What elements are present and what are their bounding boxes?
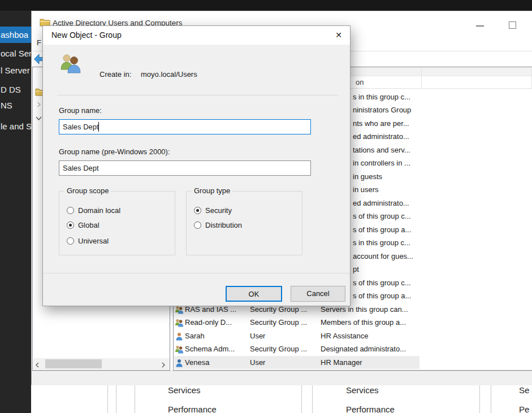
scrollbar-thumb[interactable]	[45, 359, 102, 368]
radio-label: Universal	[78, 237, 109, 245]
text-caret	[98, 122, 99, 132]
dialog-title: New Object - Group	[51, 31, 122, 40]
radio-icon-selected[interactable]	[67, 221, 74, 229]
table-row[interactable]: Schema Adm... Security Group ... Designa…	[175, 342, 532, 355]
new-object-group-dialog: New Object - Group ✕ Create in: moyo.loc…	[42, 25, 351, 306]
tile1-performance-link[interactable]: Performance	[168, 405, 217, 413]
table-row[interactable]: s of this group c...	[353, 276, 411, 289]
group-name-label: Group name:	[59, 106, 102, 115]
table-row[interactable]: s in this group c...	[353, 236, 410, 249]
column-separator[interactable]	[421, 68, 422, 89]
row-name: Venesa	[185, 356, 209, 369]
tile2-performance-link[interactable]: Performance	[346, 405, 395, 413]
group-name-pre2000-input[interactable]	[59, 160, 311, 176]
aduc-status-bar	[32, 371, 532, 385]
table-row[interactable]: tations and serv...	[353, 144, 410, 156]
sidebar-item-ad-ds[interactable]: D DS	[0, 82, 31, 97]
row-type: User	[250, 329, 265, 342]
tile-border	[491, 385, 491, 413]
radio-icon[interactable]	[194, 221, 201, 229]
group-scope-groupbox: Group scope Domain local Global Universa…	[59, 191, 175, 255]
tree-horizontal-scrollbar[interactable]	[33, 358, 170, 369]
table-row[interactable]: s of this group a...	[353, 289, 411, 302]
tile3-performance-link[interactable]: Pe	[519, 405, 529, 413]
scroll-left-icon[interactable]	[34, 360, 42, 367]
table-row[interactable]: ed administrato...	[353, 130, 409, 143]
description-column-header[interactable]: on	[356, 78, 364, 86]
row-name: Read-only D...	[185, 316, 232, 329]
minimize-icon[interactable]	[476, 25, 484, 27]
table-row[interactable]: in users	[353, 183, 379, 196]
scroll-right-icon[interactable]	[161, 360, 168, 367]
create-in-label: Create in:	[100, 70, 131, 79]
table-row[interactable]: in guests	[353, 170, 382, 183]
tile-border	[116, 385, 116, 413]
tile-border	[479, 385, 480, 413]
tile-border	[135, 385, 135, 413]
group-name-pre2000-field-wrap	[59, 160, 311, 176]
table-row[interactable]: in controllers in ...	[353, 156, 410, 169]
radio-icon[interactable]	[67, 207, 74, 214]
radio-icon[interactable]	[67, 237, 74, 245]
radio-label: Security	[205, 206, 232, 215]
table-row[interactable]: s of this group a...	[353, 223, 411, 236]
group-type-legend: Group type	[192, 186, 232, 195]
group-type-groupbox: Group type Security Distribution	[186, 191, 302, 255]
server-manager-dashboard-tiles: Services Performance Services Performanc…	[31, 385, 532, 413]
table-row[interactable]: ninistrators Group	[353, 103, 411, 116]
cancel-button[interactable]: Cancel	[291, 286, 345, 302]
group-name-field-wrap	[59, 119, 311, 134]
tile2-services-link[interactable]: Services	[346, 385, 379, 395]
separator	[57, 95, 339, 95]
group-object-icon	[60, 54, 81, 76]
tile1-services-link[interactable]: Services	[168, 385, 201, 395]
sidebar-item-file-and-storage[interactable]: le and S	[0, 119, 31, 134]
radio-label: Global	[78, 221, 100, 229]
group-name-pre2000-label: Group name (pre-Windows 2000):	[59, 147, 170, 156]
row-name: Sarah	[185, 329, 205, 342]
group-name-input[interactable]	[59, 119, 311, 134]
table-row[interactable]: Sarah User HR Assistance	[175, 329, 532, 342]
tile-border	[301, 385, 302, 413]
close-icon[interactable]: ✕	[332, 29, 345, 41]
row-type: Security Group ...	[250, 316, 307, 329]
table-row[interactable]: s of this group c...	[353, 210, 411, 223]
tile-border	[107, 385, 108, 413]
radio-icon-selected[interactable]	[194, 207, 201, 214]
table-row[interactable]: Venesa User HR Manager	[175, 356, 532, 369]
sidebar-item-all-servers[interactable]: l Server	[0, 63, 31, 78]
row-description: Members of this group a...	[321, 316, 406, 329]
server-manager-sidebar: ashboa ocal Ser l Server D DS NS le and …	[0, 11, 31, 413]
tree-expanded-chevron-icon[interactable]	[36, 113, 42, 123]
sidebar-item-dashboard[interactable]: ashboa	[0, 27, 31, 43]
radio-label: Domain local	[78, 206, 120, 215]
table-row[interactable]: ed administrato...	[353, 197, 409, 210]
tile-border	[312, 385, 313, 413]
ok-button[interactable]: OK	[226, 286, 282, 302]
file-menu[interactable]: F	[37, 38, 41, 47]
server-manager-topbar	[0, 0, 532, 11]
row-description: HR Manager	[321, 356, 362, 369]
group-scope-legend: Group scope	[64, 186, 111, 195]
create-in-value: moyo.local/Users	[141, 70, 197, 79]
row-description: HR Assistance	[321, 329, 369, 342]
row-description: Designated administrato...	[321, 342, 406, 355]
radio-label: Distribution	[205, 221, 242, 229]
table-row[interactable]: account for gues...	[353, 250, 413, 263]
sidebar-item-local-server[interactable]: ocal Ser	[0, 46, 31, 61]
maximize-icon[interactable]	[509, 21, 516, 29]
dialog-titlebar[interactable]: New Object - Group ✕	[43, 26, 350, 45]
tree-collapsed-chevron-icon[interactable]	[37, 99, 41, 110]
separator	[43, 273, 350, 273]
tile3-services-link[interactable]: Se	[519, 385, 529, 395]
sidebar-item-dns[interactable]: NS	[0, 98, 31, 113]
user-icon	[175, 358, 184, 371]
row-type: User	[250, 356, 265, 369]
table-row[interactable]: Read-only D... Security Group ... Member…	[175, 316, 532, 329]
table-row[interactable]: nts who are per...	[353, 117, 409, 130]
row-name: Schema Adm...	[185, 342, 235, 355]
table-row[interactable]: s in this group c...	[353, 90, 410, 103]
row-type: Security Group ...	[250, 342, 307, 355]
table-row[interactable]: pt	[353, 263, 359, 276]
screen: ashboa ocal Ser l Server D DS NS le and …	[0, 0, 532, 413]
